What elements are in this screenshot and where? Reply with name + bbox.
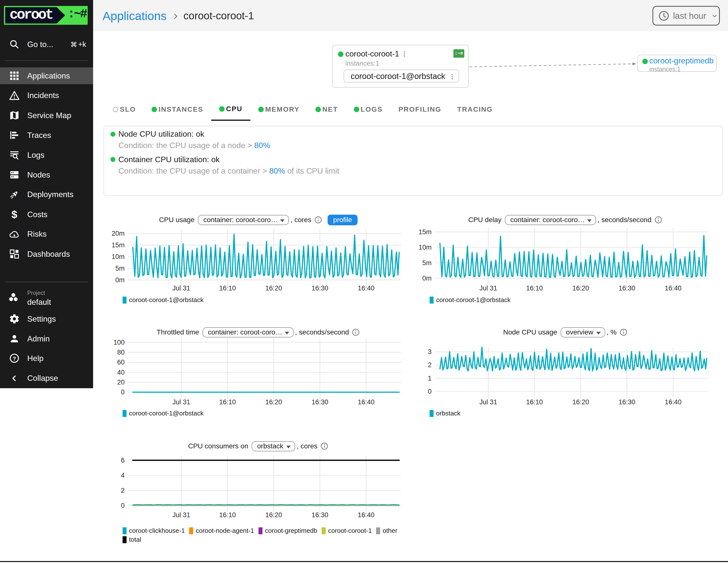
svg-text:1: 1 xyxy=(428,375,432,382)
svg-text:0m: 0m xyxy=(115,276,125,284)
svg-text:10m: 10m xyxy=(112,253,125,260)
svg-text:16:20: 16:20 xyxy=(572,398,589,406)
svg-text:4: 4 xyxy=(121,472,125,479)
svg-text:5m: 5m xyxy=(115,265,125,272)
svg-text:16:40: 16:40 xyxy=(665,398,682,406)
svg-text:2: 2 xyxy=(121,487,125,494)
svg-text:16:40: 16:40 xyxy=(358,284,375,292)
svg-text:16:20: 16:20 xyxy=(572,284,589,292)
svg-text:16:40: 16:40 xyxy=(665,284,682,292)
svg-text:16:20: 16:20 xyxy=(265,284,282,292)
svg-text:$: $ xyxy=(11,209,17,220)
svg-text:Jul 31: Jul 31 xyxy=(172,398,190,406)
svg-text:16:10: 16:10 xyxy=(219,398,236,406)
svg-text:0: 0 xyxy=(428,388,432,395)
svg-text:Jul 31: Jul 31 xyxy=(172,284,190,292)
svg-text:16:10: 16:10 xyxy=(219,284,236,292)
svg-text:10m: 10m xyxy=(418,244,432,251)
svg-text:20: 20 xyxy=(117,379,125,386)
svg-text:60: 60 xyxy=(117,359,125,366)
svg-text:2: 2 xyxy=(428,361,432,369)
svg-text:16:10: 16:10 xyxy=(526,398,543,406)
svg-text:40: 40 xyxy=(117,369,125,376)
svg-text:0: 0 xyxy=(121,388,125,396)
svg-text:20m: 20m xyxy=(112,230,125,237)
svg-text:?: ? xyxy=(13,356,16,362)
svg-text:Jul 31: Jul 31 xyxy=(172,511,190,519)
svg-text:16:20: 16:20 xyxy=(265,398,282,406)
svg-text:3: 3 xyxy=(428,348,432,356)
svg-text:16:30: 16:30 xyxy=(619,284,635,292)
svg-text:16:40: 16:40 xyxy=(358,511,375,519)
svg-text:80: 80 xyxy=(117,349,125,356)
svg-text:Jul 31: Jul 31 xyxy=(479,284,497,292)
svg-text:15m: 15m xyxy=(418,228,432,236)
svg-text:16:10: 16:10 xyxy=(526,284,543,292)
svg-text:0m: 0m xyxy=(422,275,432,282)
svg-text:15m: 15m xyxy=(112,241,125,249)
svg-text:6: 6 xyxy=(121,457,125,464)
svg-text:16:30: 16:30 xyxy=(312,398,328,406)
svg-text:0: 0 xyxy=(121,502,125,509)
svg-text:16:40: 16:40 xyxy=(358,398,375,406)
svg-text:5m: 5m xyxy=(422,259,432,267)
svg-text:16:20: 16:20 xyxy=(265,511,282,519)
svg-text:16:30: 16:30 xyxy=(619,398,635,406)
svg-text:16:30: 16:30 xyxy=(312,284,328,292)
svg-text:16:30: 16:30 xyxy=(312,511,328,519)
svg-text:100: 100 xyxy=(113,339,125,346)
svg-text:Jul 31: Jul 31 xyxy=(479,398,497,406)
svg-text:16:10: 16:10 xyxy=(219,511,236,519)
